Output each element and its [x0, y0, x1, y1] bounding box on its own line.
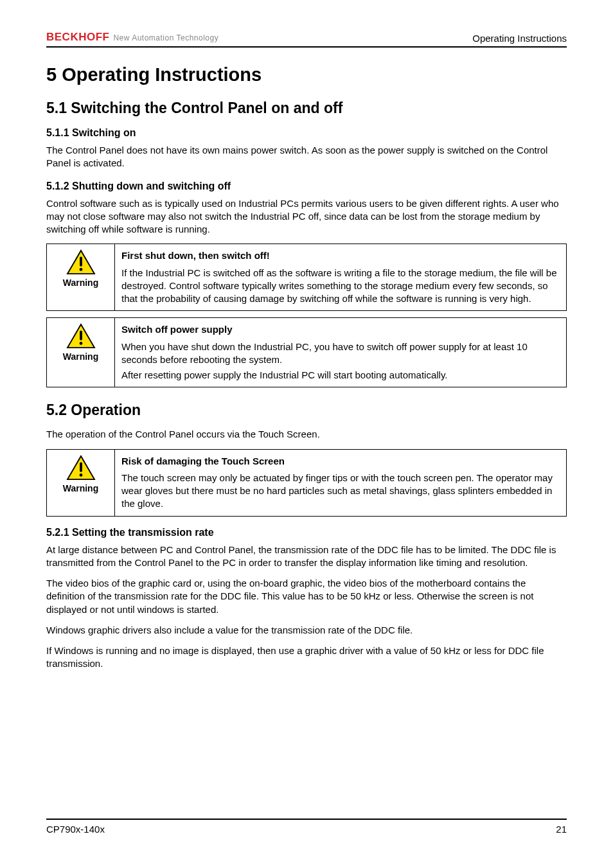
section-5-1-2-heading: 5.1.2 Shutting down and switching off — [46, 181, 567, 192]
footer-doc-id: CP790x-140x — [46, 824, 105, 835]
warning-triangle-icon — [66, 455, 96, 481]
warning-title: Switch off power supply — [121, 323, 560, 336]
warning-label-cell: Warning — [47, 318, 115, 387]
section-5-2-1-paragraph-1: At large distance between PC and Control… — [46, 544, 567, 570]
brand-name: BECKHOFF — [46, 31, 109, 44]
warning-box-touch: Warning Risk of damaging the Touch Scree… — [46, 449, 567, 517]
page-footer: CP790x-140x 21 — [46, 819, 567, 835]
section-5-2-paragraph: The operation of the Control Panel occur… — [46, 428, 567, 441]
svg-rect-4 — [80, 462, 82, 472]
warning-content: Risk of damaging the Touch Screen The to… — [115, 450, 566, 516]
warning-title: First shut down, then switch off! — [121, 249, 560, 262]
warning-content: First shut down, then switch off! If the… — [115, 244, 566, 310]
chapter-heading: 5 Operating Instructions — [46, 64, 567, 85]
footer-page-number: 21 — [556, 824, 567, 835]
section-5-1-1-heading: 5.1.1 Switching on — [46, 127, 567, 139]
warning-label-text: Warning — [63, 278, 98, 288]
brand-logo: BECKHOFF New Automation Technology — [46, 31, 218, 44]
warning-label-text: Warning — [63, 483, 98, 493]
warning-body: The touch screen may only be actuated by… — [121, 472, 560, 511]
warning-content: Switch off power supply When you have sh… — [115, 318, 566, 387]
warning-body-extra: After resetting power supply the Industr… — [121, 369, 560, 382]
section-5-1-heading: 5.1 Switching the Control Panel on and o… — [46, 100, 567, 117]
warning-triangle-icon — [66, 249, 96, 275]
warning-box-shutdown: Warning First shut down, then switch off… — [46, 244, 567, 311]
warning-title: Risk of damaging the Touch Screen — [121, 455, 560, 468]
svg-point-3 — [79, 342, 82, 345]
warning-body: If the Industrial PC is switched off as … — [121, 267, 560, 306]
section-5-2-1-heading: 5.2.1 Setting the transmission rate — [46, 527, 567, 538]
brand-tagline: New Automation Technology — [113, 33, 218, 42]
section-5-2-1-paragraph-2: The video bios of the graphic card or, u… — [46, 577, 567, 616]
warning-label-cell: Warning — [47, 244, 115, 310]
section-5-2-heading: 5.2 Operation — [46, 402, 567, 419]
warning-label-text: Warning — [63, 351, 98, 362]
section-5-2-1-paragraph-3: Windows graphic drivers also include a v… — [46, 624, 567, 637]
page-content: 5 Operating Instructions 5.1 Switching t… — [46, 48, 567, 819]
header-section-title: Operating Instructions — [472, 33, 567, 44]
warning-label-cell: Warning — [47, 450, 115, 516]
svg-rect-2 — [80, 331, 82, 341]
page-header: BECKHOFF New Automation Technology Opera… — [46, 31, 567, 48]
warning-body: When you have shut down the Industrial P… — [121, 341, 560, 367]
section-5-2-1-paragraph-4: If Windows is running and no image is di… — [46, 644, 567, 671]
section-5-1-2-paragraph: Control software such as is typically us… — [46, 197, 567, 236]
svg-point-5 — [79, 474, 82, 477]
svg-point-1 — [79, 268, 82, 271]
warning-box-power: Warning Switch off power supply When you… — [46, 317, 567, 387]
svg-rect-0 — [80, 257, 82, 267]
warning-triangle-icon — [66, 323, 96, 349]
section-5-1-1-paragraph: The Control Panel does not have its own … — [46, 144, 567, 170]
